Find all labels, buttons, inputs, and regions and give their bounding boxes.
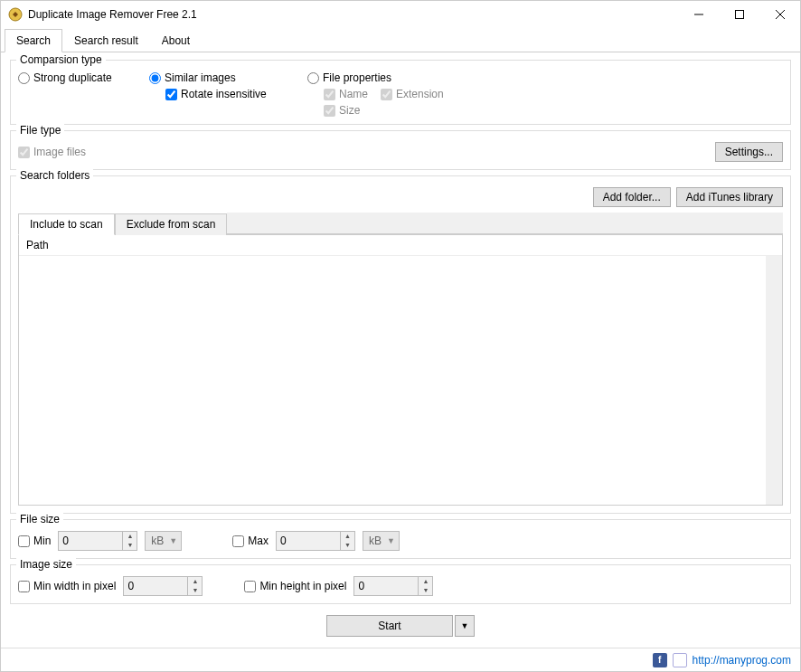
tab-exclude-scan[interactable]: Exclude from scan	[115, 213, 228, 235]
main-tabbar: Search Search result About	[1, 28, 800, 52]
chevron-down-icon: ▼	[461, 621, 469, 630]
search-folders-group: Search folders Add folder... Add iTunes …	[10, 175, 791, 514]
radio-similar-label: Similar images	[165, 71, 236, 84]
spinner-up-icon[interactable]: ▲	[341, 532, 354, 541]
chevron-down-icon: ▼	[169, 536, 177, 545]
twitter-icon[interactable]: t	[673, 653, 687, 667]
tab-search[interactable]: Search	[5, 29, 62, 52]
check-image-files-label: Image files	[33, 146, 86, 158]
max-size-spinner[interactable]: ▲▼	[276, 531, 355, 551]
min-width-input[interactable]	[124, 578, 187, 594]
check-size-label: Size	[339, 104, 360, 117]
tab-include-scan[interactable]: Include to scan	[18, 213, 115, 235]
close-button[interactable]	[759, 1, 800, 28]
image-size-legend: Image size	[16, 558, 76, 571]
facebook-icon[interactable]: f	[653, 653, 667, 667]
add-folder-button[interactable]: Add folder...	[593, 187, 671, 207]
spinner-down-icon[interactable]: ▼	[123, 541, 137, 550]
radio-fileprops-label: File properties	[323, 71, 391, 84]
max-size-input[interactable]	[277, 533, 340, 549]
maximize-button[interactable]	[719, 1, 759, 28]
path-list-area: Path	[18, 235, 783, 506]
check-rotate-insensitive[interactable]: Rotate insensitive	[149, 88, 289, 100]
titlebar: Duplicate Image Remover Free 2.1	[1, 1, 800, 28]
path-list[interactable]	[19, 256, 782, 505]
check-min-size[interactable]: Min	[18, 535, 51, 547]
tab-about[interactable]: About	[150, 29, 202, 52]
file-size-group: File size Min ▲▼ kB ▼ Max ▲▼	[10, 519, 791, 559]
min-height-input[interactable]	[354, 578, 418, 594]
filetype-legend: File type	[16, 124, 64, 137]
start-button[interactable]: Start	[326, 615, 453, 637]
radio-strong-duplicate[interactable]: Strong duplicate	[18, 71, 131, 84]
scan-tabbar: Include to scan Exclude from scan	[18, 213, 783, 235]
spinner-down-icon[interactable]: ▼	[188, 586, 202, 595]
check-min-height[interactable]: Min height in pixel	[244, 580, 346, 592]
check-image-files: Image files	[18, 146, 86, 158]
radio-file-properties[interactable]: File properties	[307, 71, 783, 84]
settings-button[interactable]: Settings...	[715, 142, 783, 162]
check-max-size[interactable]: Max	[232, 535, 269, 547]
comparsion-legend: Comparsion type	[16, 53, 106, 66]
check-extension-label: Extension	[396, 88, 444, 100]
website-link[interactable]: http://manyprog.com	[693, 654, 791, 667]
file-type-group: File type Image files Settings...	[10, 130, 791, 170]
min-width-label: Min width in pixel	[33, 580, 116, 592]
spinner-up-icon[interactable]: ▲	[419, 577, 432, 586]
chevron-down-icon: ▼	[387, 536, 395, 545]
check-size: Size	[324, 104, 360, 117]
footer: f t http://manyprog.com	[1, 648, 800, 671]
min-size-spinner[interactable]: ▲▼	[58, 531, 137, 551]
window-title: Duplicate Image Remover Free 2.1	[28, 8, 678, 21]
spinner-down-icon[interactable]: ▼	[419, 586, 432, 595]
radio-similar-images[interactable]: Similar images	[149, 71, 289, 84]
max-unit-label: kB	[369, 535, 382, 547]
comparsion-type-group: Comparsion type Strong duplicate Similar…	[10, 60, 791, 125]
search-folders-legend: Search folders	[16, 169, 93, 182]
check-extension: Extension	[381, 88, 444, 100]
start-row: Start ▼	[10, 610, 791, 642]
min-height-spinner[interactable]: ▲▼	[353, 576, 433, 596]
tab-search-result[interactable]: Search result	[62, 29, 150, 52]
min-height-label: Min height in pixel	[259, 580, 346, 592]
min-width-spinner[interactable]: ▲▼	[123, 576, 203, 596]
image-size-group: Image size Min width in pixel ▲▼ Min hei…	[10, 564, 791, 604]
check-name: Name	[324, 88, 368, 100]
content-area: Comparsion type Strong duplicate Similar…	[1, 52, 800, 648]
check-min-width[interactable]: Min width in pixel	[18, 580, 116, 592]
min-size-unit-combo[interactable]: kB ▼	[145, 531, 182, 551]
min-unit-label: kB	[151, 535, 164, 547]
min-label: Min	[33, 535, 51, 547]
check-name-label: Name	[339, 88, 368, 100]
file-size-legend: File size	[16, 513, 63, 525]
spinner-up-icon[interactable]: ▲	[188, 577, 202, 586]
path-column-header[interactable]: Path	[19, 235, 782, 256]
app-icon	[8, 7, 23, 22]
max-label: Max	[248, 535, 269, 547]
add-itunes-button[interactable]: Add iTunes library	[676, 187, 783, 207]
minimize-button[interactable]	[678, 1, 719, 28]
max-size-unit-combo[interactable]: kB ▼	[363, 531, 400, 551]
start-dropdown-button[interactable]: ▼	[455, 615, 475, 637]
svg-rect-2	[735, 11, 743, 19]
spinner-up-icon[interactable]: ▲	[123, 532, 137, 541]
radio-strong-label: Strong duplicate	[33, 71, 112, 84]
min-size-input[interactable]	[59, 533, 122, 549]
window-controls	[678, 1, 800, 28]
spinner-down-icon[interactable]: ▼	[341, 541, 354, 550]
check-rotate-label: Rotate insensitive	[181, 88, 267, 100]
